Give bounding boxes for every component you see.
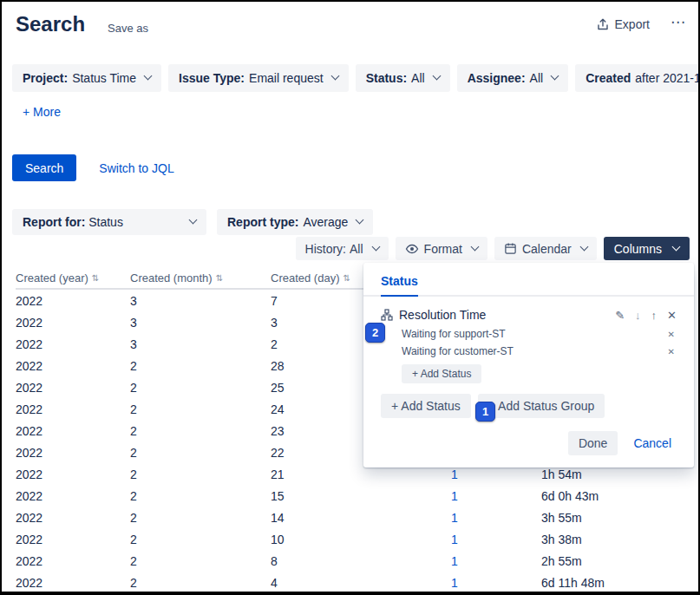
cell-created-month: 2: [130, 533, 271, 546]
filter-chip[interactable]: Project: Status Time: [12, 64, 161, 92]
cell-duration: 6d 11h 48m: [541, 576, 693, 590]
report-type-dropdown[interactable]: Report type: Average: [217, 209, 373, 235]
sort-icon[interactable]: ⇅: [343, 273, 350, 283]
cell-duration: 3h 38m: [541, 533, 693, 546]
table-header-cell[interactable]: Created (year) ⇅: [16, 271, 130, 284]
more-filters-link[interactable]: + More: [23, 105, 61, 119]
cell-created-year: 2022: [16, 576, 130, 590]
cell-created-month: 2: [130, 446, 271, 460]
page-title: Search: [16, 12, 85, 36]
eye-icon: [405, 242, 419, 256]
table-header-label: Created (day): [271, 271, 339, 284]
tab-status[interactable]: Status: [381, 274, 418, 297]
edit-group-icon[interactable]: ✎: [615, 310, 625, 321]
cell-created-month: 2: [130, 381, 271, 395]
annotation-badge-1: 1: [475, 402, 495, 422]
cell-issue-count-link[interactable]: 1: [451, 468, 541, 481]
filter-chip[interactable]: Issue Type: Email request: [168, 64, 349, 92]
filter-chip[interactable]: Created after 2021-12-07: [575, 64, 700, 92]
cell-created-year: 2022: [16, 446, 130, 460]
table-header-label: Created (month): [130, 271, 213, 284]
group-icon: [381, 309, 393, 321]
report-for-text: Report for: Status: [23, 215, 123, 229]
cell-created-month: 3: [130, 337, 271, 351]
chevron-down-icon: [551, 72, 559, 81]
table-header-cell[interactable]: Created (month) ⇅: [130, 271, 271, 284]
report-type-label: Report type:: [227, 215, 298, 229]
cell-created-year: 2022: [16, 359, 130, 373]
cell-created-day: 15: [271, 489, 451, 503]
cell-created-month: 3: [130, 294, 271, 308]
cell-issue-count-link[interactable]: 1: [451, 511, 541, 525]
search-actions: Search Switch to JQL: [12, 154, 174, 181]
save-as-button[interactable]: Save as: [108, 22, 148, 35]
popup-buttons: + Add Status + Add Status Group: [363, 383, 694, 418]
move-up-icon[interactable]: ↑: [651, 310, 657, 321]
cell-created-day: 4: [271, 576, 451, 590]
filter-chip-label: Created: [586, 71, 631, 85]
remove-status-icon[interactable]: ✕: [668, 330, 675, 339]
more-menu-button[interactable]: ⋯: [671, 15, 686, 35]
switch-to-jql-link[interactable]: Switch to JQL: [99, 161, 173, 175]
remove-group-icon[interactable]: ✕: [667, 310, 677, 321]
cell-issue-count-link[interactable]: 1: [451, 554, 541, 568]
cell-created-month: 2: [130, 468, 271, 481]
inner-add-status-wrap: + Add Status: [363, 360, 694, 383]
report-for-value: Status: [88, 215, 123, 229]
chevron-down-icon: [330, 72, 339, 81]
cell-created-day: 10: [271, 533, 451, 546]
columns-label: Columns: [614, 242, 662, 256]
history-value: All: [350, 242, 363, 256]
status-item: Waiting for customer-ST ✕: [363, 343, 694, 360]
cell-issue-count-link[interactable]: 1: [451, 489, 541, 503]
cell-created-year: 2022: [16, 337, 130, 351]
move-down-icon[interactable]: ↓: [635, 310, 641, 321]
status-group-row: Resolution Time ✎ ↓ ↑ ✕: [363, 297, 694, 322]
status-group-name: Resolution Time: [399, 308, 486, 322]
chevron-down-icon: [371, 242, 380, 251]
history-dropdown[interactable]: History: All: [296, 237, 389, 260]
table-row: 2022 2 15 1 6d 0h 43m: [16, 485, 693, 507]
cell-created-month: 2: [130, 359, 271, 373]
cancel-link[interactable]: Cancel: [633, 436, 671, 450]
calendar-dropdown[interactable]: Calendar: [494, 237, 597, 260]
chevron-down-icon: [432, 72, 441, 81]
export-button[interactable]: Export: [596, 17, 650, 31]
add-status-group-button[interactable]: + Add Status Group: [478, 394, 605, 418]
report-for-dropdown[interactable]: Report for: Status: [12, 209, 206, 235]
cell-created-year: 2022: [16, 489, 130, 503]
add-status-button[interactable]: + Add Status: [381, 394, 471, 418]
filter-chip-value: All: [530, 71, 544, 85]
sort-icon[interactable]: ⇅: [216, 273, 223, 283]
history-label: History:: [305, 242, 346, 256]
cell-duration: 1h 54m: [541, 468, 693, 481]
status-item-label: Waiting for customer-ST: [402, 345, 514, 357]
columns-popup: Status Resolution Time ✎ ↓ ↑ ✕ Waiting f…: [363, 263, 694, 468]
cell-created-month: 2: [130, 554, 271, 568]
filter-chip-value: All: [411, 71, 425, 85]
cell-issue-count-link[interactable]: 1: [451, 533, 541, 546]
export-icon: [596, 17, 610, 31]
cell-created-day: 14: [271, 511, 451, 525]
sort-icon[interactable]: ⇅: [92, 273, 99, 283]
cell-issue-count-link[interactable]: 1: [451, 576, 541, 590]
cell-created-year: 2022: [16, 468, 130, 481]
app-window: Search Save as Export ⋯ Project: Status …: [0, 0, 700, 595]
search-button[interactable]: Search: [12, 154, 76, 181]
done-button[interactable]: Done: [568, 431, 618, 455]
chevron-down-icon: [470, 242, 479, 251]
columns-button[interactable]: Columns: [604, 237, 690, 260]
table-row: 2022 2 8 1 2h 55m: [16, 550, 693, 572]
format-dropdown[interactable]: Format: [396, 237, 487, 260]
filter-chip[interactable]: Status: All: [356, 64, 450, 92]
cell-created-day: 21: [271, 468, 451, 481]
report-type-value: Average: [303, 215, 348, 229]
cell-created-year: 2022: [16, 402, 130, 416]
chevron-down-icon: [672, 242, 681, 251]
remove-status-icon[interactable]: ✕: [668, 347, 675, 356]
chevron-down-icon: [189, 216, 198, 225]
cell-created-year: 2022: [16, 424, 130, 438]
filter-chip[interactable]: Assignee: All: [457, 64, 568, 92]
report-controls: Report for: Status Report type: Average: [12, 209, 373, 235]
add-status-to-group-button[interactable]: + Add Status: [402, 364, 481, 383]
